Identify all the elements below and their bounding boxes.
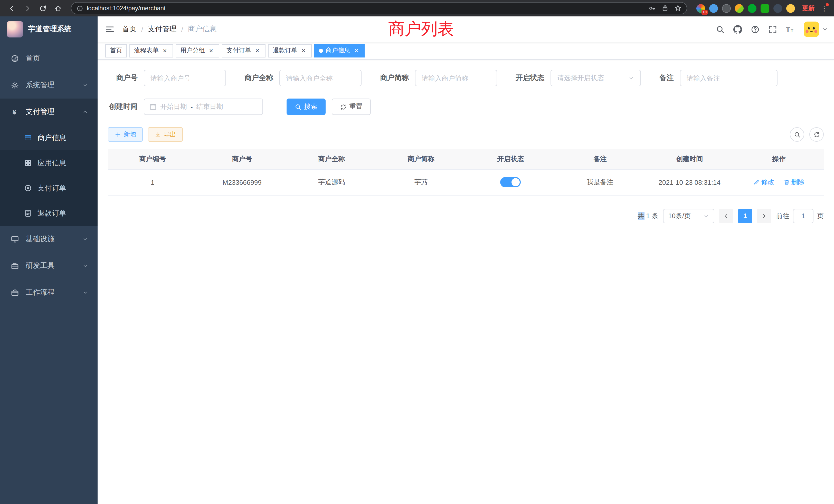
extension-icon-2[interactable] — [709, 4, 718, 13]
browser-back-icon[interactable] — [5, 2, 19, 15]
status-toggle[interactable] — [500, 177, 521, 187]
tab-close-icon[interactable]: × — [161, 47, 169, 54]
sidebar-item-app-info[interactable]: 应用信息 — [0, 151, 97, 176]
navbar-actions — [711, 17, 834, 42]
font-size-icon[interactable] — [781, 17, 798, 42]
browser-menu-icon[interactable]: ⋮ — [820, 5, 829, 12]
edit-pencil-icon — [753, 179, 760, 185]
page-size-select[interactable]: 10条/页 — [663, 209, 714, 223]
toolbox-icon — [10, 262, 20, 270]
tab-user-group[interactable]: 用户分组 × — [176, 44, 219, 57]
tab-home[interactable]: 首页 — [105, 44, 127, 57]
tab-close-icon[interactable]: × — [300, 47, 307, 54]
extension-icon-7[interactable] — [773, 4, 782, 13]
remark-input[interactable] — [680, 70, 777, 86]
password-key-icon[interactable] — [649, 5, 656, 12]
extension-icon-8[interactable] — [786, 4, 795, 13]
chevron-down-icon — [82, 82, 88, 88]
goto-suffix: 页 — [817, 211, 824, 221]
fullscreen-icon[interactable] — [764, 17, 781, 42]
refresh-table-button[interactable] — [809, 127, 824, 142]
tab-close-icon[interactable]: × — [353, 47, 360, 54]
sidebar-item-refund-order[interactable]: 退款订单 — [0, 201, 97, 226]
next-page-button[interactable] — [757, 209, 771, 223]
tab-merchant-info[interactable]: 商户信息 × — [314, 44, 365, 57]
tab-refund-order[interactable]: 退款订单 × — [268, 44, 312, 57]
extension-icon-4[interactable] — [735, 4, 744, 13]
sidebar-item-label: 系统管理 — [26, 81, 54, 90]
filter-merchant-no: 商户号 — [108, 70, 226, 86]
hamburger-icon[interactable] — [97, 17, 122, 42]
goto-page-input[interactable] — [793, 209, 813, 223]
edit-button[interactable]: 修改 — [753, 178, 774, 187]
tab-process-form[interactable]: 流程表单 × — [129, 44, 173, 57]
address-bar[interactable]: localhost:1024/pay/merchant — [71, 2, 687, 14]
share-icon[interactable] — [661, 5, 668, 12]
page-1-button[interactable]: 1 — [738, 209, 752, 223]
browser-forward-icon[interactable] — [21, 2, 34, 15]
grid-icon — [24, 159, 32, 167]
cell-remark: 我是备注 — [555, 169, 645, 195]
tab-close-icon[interactable]: × — [207, 47, 215, 54]
page-size-value: 10条/页 — [668, 211, 691, 221]
breadcrumb-home[interactable]: 首页 — [122, 25, 137, 34]
full-name-input[interactable] — [279, 70, 361, 86]
export-button[interactable]: 导出 — [148, 127, 183, 142]
extension-icon-3[interactable] — [722, 4, 731, 13]
sidebar-item-merchant-info[interactable]: 商户信息 — [0, 125, 97, 151]
extension-icon-1[interactable]: 10 — [696, 4, 705, 13]
download-icon — [155, 131, 161, 138]
toggle-search-button[interactable] — [790, 127, 804, 142]
search-button[interactable]: 搜索 — [287, 98, 326, 115]
chevron-down-icon — [82, 263, 88, 269]
sidebar-item-infra[interactable]: 基础设施 — [0, 226, 97, 253]
calendar-icon — [150, 103, 157, 110]
bookmark-star-icon[interactable] — [674, 5, 681, 12]
filter-label: 备注 — [659, 73, 674, 83]
prev-page-button[interactable] — [719, 209, 733, 223]
refresh-icon — [813, 131, 820, 138]
chevron-down-icon — [82, 236, 88, 242]
browser-update-button[interactable]: 更新 — [802, 4, 814, 13]
document-icon — [24, 209, 32, 217]
sidebar-item-pay-order[interactable]: 支付订单 — [0, 176, 97, 201]
tab-close-icon[interactable]: × — [254, 47, 261, 54]
extension-icon-5[interactable] — [748, 4, 756, 13]
github-icon[interactable] — [729, 17, 746, 42]
address-bar-actions — [649, 5, 681, 12]
delete-button[interactable]: 删除 — [784, 178, 805, 187]
url-text[interactable]: localhost:1024/pay/merchant — [87, 5, 166, 12]
screen: localhost:1024/pay/merchant 10 更新 ⋮ — [0, 0, 834, 504]
sidebar-item-payment[interactable]: 支付管理 — [0, 98, 97, 125]
date-range-picker[interactable]: 开始日期 - 结束日期 — [144, 98, 263, 115]
cell-status — [466, 169, 555, 195]
search-icon — [295, 104, 302, 110]
sidebar-item-system[interactable]: 系统管理 — [0, 72, 97, 98]
sidebar-subitem-label: 支付订单 — [38, 183, 66, 193]
update-indicator-dot — [826, 3, 829, 6]
payment-submenu: 商户信息 应用信息 支付订单 退款订单 — [0, 125, 97, 226]
merchant-no-input[interactable] — [144, 70, 226, 86]
site-info-icon[interactable] — [76, 5, 83, 12]
add-button[interactable]: 新增 — [108, 127, 143, 142]
sidebar-item-home[interactable]: 首页 — [0, 45, 97, 72]
sidebar-logo[interactable]: 芋道管理系统 — [0, 17, 97, 42]
sidebar-item-devtools[interactable]: 研发工具 — [0, 253, 97, 279]
status-select[interactable]: 请选择开启状态 — [550, 70, 641, 86]
reset-button[interactable]: 重置 — [332, 98, 371, 115]
header-search-icon[interactable] — [711, 17, 729, 42]
user-avatar-menu[interactable] — [804, 17, 828, 42]
short-name-input[interactable] — [415, 70, 497, 86]
browser-reload-icon[interactable] — [36, 2, 49, 15]
browser-home-icon[interactable] — [51, 2, 65, 15]
sidebar: 芋道管理系统 首页 系统管理 支付管理 — [0, 17, 97, 504]
active-tab-dot — [319, 48, 323, 53]
filter-label: 商户全称 — [244, 73, 273, 83]
breadcrumb-payment[interactable]: 支付管理 — [148, 25, 177, 34]
sidebar-item-workflow[interactable]: 工作流程 — [0, 279, 97, 306]
extension-icon-6[interactable] — [761, 4, 769, 13]
help-icon[interactable] — [746, 17, 764, 42]
pagination-total: 共 1 条 — [638, 211, 658, 221]
extension-badge: 10 — [702, 9, 708, 15]
tab-pay-order[interactable]: 支付订单 × — [222, 44, 265, 57]
